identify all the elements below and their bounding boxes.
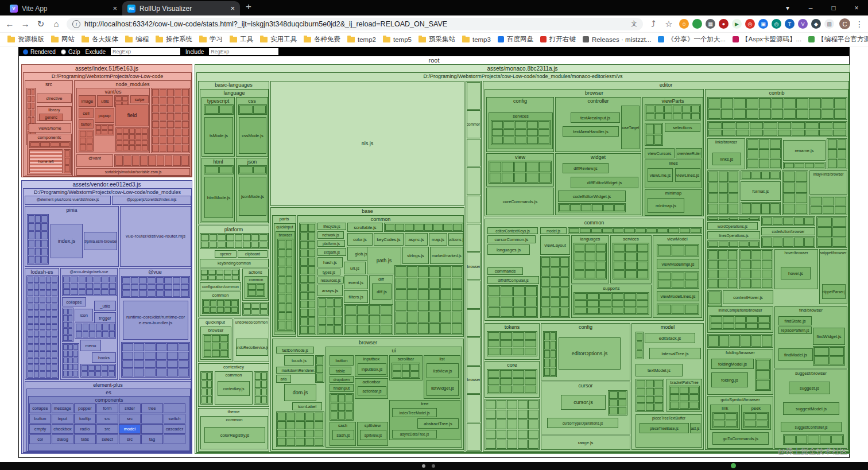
treemap-cell[interactable] (685, 281, 698, 288)
treemap-cell[interactable] (160, 113, 166, 121)
treemap-cell[interactable] (751, 335, 762, 347)
treemap-leaf[interactable]: index.js (51, 224, 83, 258)
treemap-cell[interactable] (123, 129, 129, 134)
treemap-cell[interactable] (141, 414, 163, 424)
treemap-cell[interactable] (259, 242, 268, 248)
treemap-cell[interactable] (823, 197, 834, 205)
treemap-cell[interactable] (160, 137, 166, 144)
treemap-cell[interactable] (34, 290, 40, 297)
treemap-cell[interactable] (721, 109, 733, 119)
treemap-cell[interactable] (89, 331, 95, 338)
treemap-cells[interactable] (743, 412, 769, 428)
treemap-cell[interactable] (759, 149, 770, 158)
treemap-cell[interactable] (637, 380, 645, 387)
treemap-cell[interactable] (28, 290, 33, 297)
treemap-cell[interactable] (243, 309, 251, 315)
treemap-cell[interactable] (28, 223, 34, 231)
treemap-cell[interactable] (497, 430, 507, 439)
treemap-cell[interactable] (429, 289, 440, 300)
treemap-leaf[interactable]: tag (141, 434, 163, 444)
treemap-cell[interactable] (637, 333, 642, 341)
treemap-cell[interactable] (726, 421, 737, 428)
treemap-cell[interactable] (440, 289, 451, 300)
treemap-cell[interactable] (492, 137, 503, 144)
treemap-cell[interactable] (35, 231, 41, 239)
treemap-cell[interactable] (492, 129, 503, 137)
treemap-cell[interactable] (109, 331, 115, 338)
treemap-cell[interactable] (614, 204, 625, 211)
treemap-cell[interactable] (751, 270, 762, 279)
treemap-leaf[interactable]: directive (37, 94, 72, 103)
treemap-cell[interactable] (80, 131, 86, 137)
treemap-cell[interactable] (108, 125, 113, 130)
treemap-cell[interactable] (131, 290, 139, 297)
treemap-cell[interactable] (28, 364, 33, 371)
treemap-cell[interactable] (79, 289, 86, 295)
treemap-group[interactable]: services (489, 112, 553, 149)
treemap-cell[interactable] (46, 337, 52, 344)
treemap-cell[interactable] (261, 396, 267, 403)
treemap-leaf[interactable]: _utils (94, 301, 116, 311)
treemap-leaf[interactable]: suggest.js (789, 382, 830, 394)
treemap-cell[interactable] (551, 297, 559, 307)
treemap-cell[interactable] (308, 317, 316, 325)
treemap-cell[interactable] (32, 117, 35, 123)
treemap-cell[interactable] (488, 370, 499, 378)
treemap-leaf[interactable]: keybinding/common (200, 259, 269, 267)
treemap-cell[interactable] (835, 206, 846, 215)
treemap-cell[interactable] (655, 106, 664, 112)
treemap-cell[interactable] (156, 284, 164, 290)
treemap-cell[interactable] (735, 323, 746, 329)
treemap-cells[interactable] (707, 334, 773, 348)
treemap-cell[interactable] (646, 106, 654, 112)
maximize-button[interactable]: □ (822, 4, 845, 12)
treemap-group[interactable]: jsonjsonMode.js (236, 158, 268, 222)
bookmark-item[interactable]: temp5 (380, 35, 414, 44)
treemap-cell[interactable] (518, 440, 528, 449)
treemap-leaf[interactable]: uri.js (344, 262, 366, 274)
treemap-cell[interactable] (181, 290, 189, 297)
treemap-cell[interactable] (32, 89, 35, 95)
bookmark-item[interactable]: 工具 (227, 34, 256, 45)
tab-vite-app[interactable]: V Vite App × (5, 1, 122, 15)
treemap-cell[interactable] (778, 122, 791, 129)
treemap-cell[interactable] (117, 140, 122, 145)
treemap-cell[interactable] (655, 113, 664, 120)
treemap-cell[interactable] (157, 156, 164, 166)
treemap-cell[interactable] (109, 283, 116, 289)
treemap-cell[interactable] (28, 351, 33, 358)
treemap-cell[interactable] (218, 242, 226, 248)
treemap-cells[interactable] (238, 165, 267, 174)
treemap-cell[interactable] (28, 371, 33, 378)
treemap-cell[interactable] (101, 289, 108, 295)
treemap-cells[interactable] (202, 299, 239, 314)
treemap-cell[interactable] (204, 350, 211, 357)
treemap-leaf[interactable]: contentHover.js (723, 290, 773, 304)
treemap-cell[interactable] (502, 162, 513, 172)
treemap-cell[interactable] (28, 310, 33, 317)
treemap-cell[interactable] (300, 258, 308, 266)
treemap-group[interactable]: themecommoncolorRegistry.js (198, 408, 269, 452)
treemap-cell[interactable] (410, 371, 419, 378)
treemap-cell[interactable] (486, 440, 496, 449)
treemap-group[interactable]: browserfastDomNode.jstouch.jsmarkdownRen… (272, 339, 464, 450)
treemap-cell[interactable] (805, 122, 819, 129)
treemap-cell[interactable] (73, 371, 78, 376)
treemap-cell[interactable] (515, 137, 526, 144)
treemap-cell[interactable] (173, 277, 181, 283)
treemap-cell[interactable] (173, 290, 181, 297)
treemap-cell[interactable] (418, 278, 429, 289)
bookmark-item[interactable]: 实用工具 (257, 34, 300, 45)
share-icon[interactable]: ⤴ (648, 19, 658, 29)
treemap-cell[interactable] (418, 266, 429, 277)
treemap-leaf[interactable]: keyCodes.js (374, 233, 404, 246)
treemap-cell[interactable] (334, 317, 342, 325)
treemap-cell[interactable] (164, 277, 172, 283)
treemap-cell[interactable] (654, 388, 663, 395)
treemap-cell[interactable] (486, 419, 496, 429)
treemap-leaf[interactable]: fastDomNode.js (276, 347, 314, 354)
treemap-cells[interactable] (204, 104, 234, 115)
treemap-cell[interactable] (28, 358, 33, 364)
treemap-cell[interactable] (102, 125, 107, 130)
treemap-cells[interactable]: commonbrowserbrowser (466, 81, 482, 452)
